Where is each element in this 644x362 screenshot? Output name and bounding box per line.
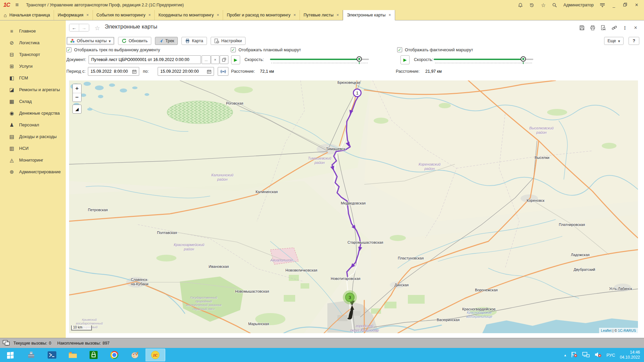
tab-home[interactable]: ⌂Начальная страница — [0, 10, 54, 20]
map-objects-button[interactable]: Объекты карты ▾ — [66, 37, 114, 45]
add-favorite-star-icon[interactable]: ☆ — [95, 24, 100, 32]
track-start-marker[interactable]: 1 — [353, 88, 362, 97]
tab-close-icon[interactable]: × — [87, 13, 89, 17]
tab-close-icon[interactable]: × — [293, 13, 296, 17]
zoom-in-button[interactable]: + — [73, 84, 81, 93]
track-button[interactable]: Трек — [155, 37, 178, 45]
sidebar-item-money[interactable]: ◉Денежные средства — [0, 107, 66, 119]
show-fact-route-checkbox[interactable]: ✓ Отображать фактический маршрут — [397, 47, 473, 52]
get-link-icon[interactable] — [611, 25, 617, 31]
taskbar-paint-icon[interactable] — [125, 348, 146, 362]
close-window-button[interactable]: × — [634, 2, 639, 8]
sidebar-item-logistics[interactable]: ⊘Логистика — [0, 37, 66, 49]
tray-flag-icon[interactable] — [571, 352, 578, 359]
tab-close-icon[interactable]: × — [389, 13, 391, 17]
tab-close-icon[interactable]: × — [336, 13, 339, 17]
save-icon[interactable] — [579, 25, 585, 31]
document-field[interactable]: Путевой лист ЦБРО0000001 от 16.09.2022 0… — [89, 55, 201, 64]
tab-2[interactable]: События по мониторингу× — [93, 10, 155, 20]
sidebar-item-monitoring[interactable]: ◬Мониторинг — [0, 154, 66, 166]
settings-button[interactable]: Настройки — [211, 37, 246, 45]
tab-4[interactable]: Пробег и расход по мониторингу× — [223, 10, 300, 20]
measure-tool-button[interactable]: ◢ — [72, 105, 82, 114]
vendor-link[interactable]: 1C-RARUS — [618, 328, 636, 333]
coordinates-signal-button[interactable] — [218, 67, 228, 76]
sidebar-item-nsi[interactable]: ▥НСИ — [0, 142, 66, 154]
cluster-marker[interactable]: 3 — [345, 293, 355, 302]
tray-show-hidden-icon[interactable]: ▴ — [564, 353, 566, 357]
restore-button[interactable] — [623, 3, 628, 8]
sidebar-item-repairs[interactable]: ◪Ремонты и агрегаты — [0, 84, 66, 96]
sidebar-item-label: Персонал — [19, 122, 39, 127]
sidebar-item-warehouse[interactable]: ▦Склад — [0, 96, 66, 107]
calls-monitor-icon — [3, 340, 10, 346]
tab-5[interactable]: Путевые листы× — [300, 10, 343, 20]
leaflet-link[interactable]: Leaflet — [601, 328, 612, 333]
accumulated-calls-value: 897 — [103, 341, 110, 346]
search-icon[interactable] — [552, 2, 557, 8]
taskbar-chrome-icon[interactable] — [104, 348, 125, 362]
refresh-button[interactable]: Обновить — [118, 37, 151, 45]
checkbox-check-icon: ✓ — [66, 47, 71, 52]
document-clear-button[interactable]: × — [211, 55, 219, 64]
keyboard-language-indicator[interactable]: РУС — [606, 353, 615, 358]
sidebar-item-main[interactable]: ≡Главное — [0, 25, 66, 37]
zoom-out-button[interactable]: − — [73, 93, 81, 102]
back-button[interactable]: ← — [69, 24, 79, 31]
service-menu-icon[interactable] — [600, 2, 605, 8]
slider-thumb[interactable] — [521, 56, 526, 62]
tab-6[interactable]: Электронные карты× — [343, 10, 395, 20]
taskbar-store-icon[interactable] — [83, 348, 104, 362]
fact-speed-slider[interactable] — [434, 56, 533, 63]
form-toolbar: Объекты карты ▾ Обновить Трек Карта — [66, 37, 246, 45]
document-open-button[interactable] — [220, 55, 228, 64]
more-actions-icon[interactable]: ⋮ — [622, 25, 628, 31]
tab-3[interactable]: Координаты по мониторингу× — [155, 10, 223, 20]
taskbar-explorer-icon[interactable] — [62, 348, 83, 362]
taskbar-1c-app-button[interactable]: 1С — [146, 349, 165, 361]
tab-close-icon[interactable]: × — [148, 13, 151, 17]
help-button[interactable]: ? — [629, 37, 639, 45]
minimize-button[interactable]: _ — [611, 3, 616, 8]
document-select-button[interactable]: ... — [202, 55, 211, 64]
forward-button[interactable]: → — [79, 24, 89, 31]
show-plan-route-checkbox[interactable]: ✓ Отображать плановый маршрут — [231, 47, 301, 52]
taskbar-clock[interactable]: 14:46 04.10.2022 — [620, 350, 640, 360]
sidebar-item-services[interactable]: ⊞Услуги — [0, 60, 66, 72]
map-canvas[interactable]: БрюховецкаяРоговскаяТимашевскВыселкиКали… — [69, 80, 638, 333]
plan-play-button[interactable]: ▶ — [231, 55, 240, 64]
plan-speed-label: Скорость: — [245, 57, 264, 62]
sidebar-item-transport[interactable]: ⊟Транспорт — [0, 49, 66, 60]
favorites-star-icon[interactable]: ☆ — [541, 2, 546, 8]
close-form-icon[interactable]: × — [633, 25, 639, 31]
notifications-bell-icon[interactable] — [518, 2, 523, 8]
map-print-button[interactable]: Карта — [181, 37, 207, 45]
taskbar-toolbox-icon[interactable] — [21, 348, 42, 362]
tab-close-icon[interactable]: × — [217, 13, 219, 17]
print-preview-icon[interactable] — [600, 25, 606, 31]
tab-1[interactable]: Информация× — [54, 10, 93, 20]
more-button[interactable]: Еще ▾ — [604, 37, 624, 45]
history-icon[interactable] — [529, 2, 535, 8]
fact-play-button[interactable]: ▶ — [400, 55, 410, 64]
plan-speed-slider[interactable] — [270, 56, 369, 63]
print-icon[interactable] — [590, 25, 596, 31]
start-button[interactable] — [0, 348, 21, 362]
tray-volume-muted-icon[interactable] — [594, 352, 602, 359]
slider-thumb[interactable] — [357, 56, 362, 62]
period-from-field[interactable]: 15.09.2022 8:00:00 — [88, 67, 139, 76]
sidebar-item-personnel[interactable]: ♟Персонал — [0, 119, 66, 131]
sidebar-item-fuel[interactable]: ◧ГСМ — [0, 72, 66, 84]
calendar-icon[interactable] — [132, 69, 137, 74]
period-to-label: по: — [143, 69, 149, 74]
sidebar-item-admin[interactable]: ⊛Администрирование — [0, 166, 66, 178]
show-track-checkbox[interactable]: ✓ Отображать трек по выбранному документ… — [66, 47, 160, 52]
main-menu-icon[interactable]: ≡ — [15, 2, 19, 8]
taskbar-powershell-icon[interactable] — [42, 348, 62, 362]
period-to-field[interactable]: 15.09.2022 20:00:00 — [158, 67, 214, 76]
calendar-icon[interactable] — [207, 69, 211, 74]
tray-network-icon[interactable] — [582, 352, 590, 359]
current-user[interactable]: Администратор — [564, 3, 594, 7]
dropdown-icon: ▾ — [109, 39, 111, 44]
sidebar-item-income[interactable]: ▤Доходы и расходы — [0, 131, 66, 142]
